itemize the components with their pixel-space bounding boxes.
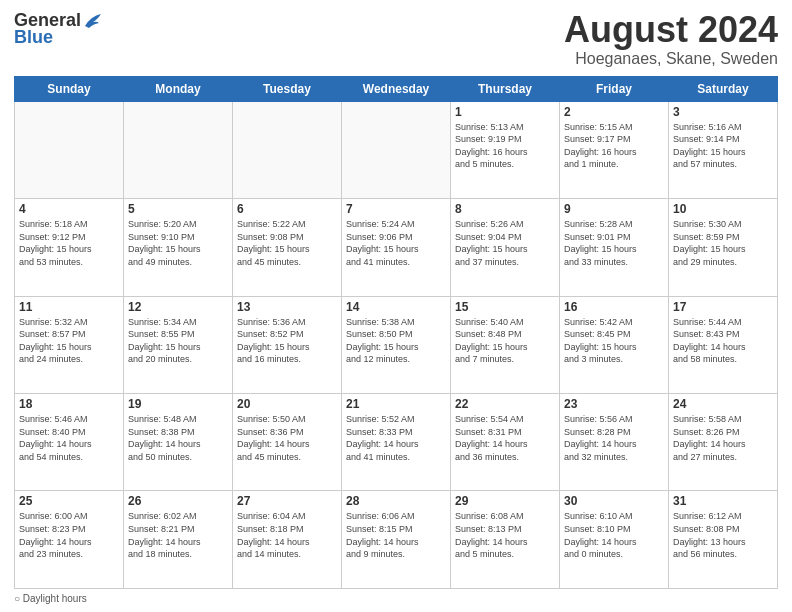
page: General Blue August 2024 Hoeganaes, Skan…	[0, 0, 792, 612]
day-info: Sunrise: 6:10 AM Sunset: 8:10 PM Dayligh…	[564, 510, 664, 560]
day-number: 23	[564, 397, 664, 411]
day-info: Sunrise: 5:38 AM Sunset: 8:50 PM Dayligh…	[346, 316, 446, 366]
calendar-week-row: 1Sunrise: 5:13 AM Sunset: 9:19 PM Daylig…	[15, 101, 778, 198]
legend: ○ Daylight hours	[14, 593, 778, 604]
calendar-day-cell: 25Sunrise: 6:00 AM Sunset: 8:23 PM Dayli…	[15, 491, 124, 589]
day-number: 6	[237, 202, 337, 216]
day-info: Sunrise: 6:02 AM Sunset: 8:21 PM Dayligh…	[128, 510, 228, 560]
header-tuesday: Tuesday	[233, 76, 342, 101]
calendar-day-cell: 12Sunrise: 5:34 AM Sunset: 8:55 PM Dayli…	[124, 296, 233, 393]
day-info: Sunrise: 6:08 AM Sunset: 8:13 PM Dayligh…	[455, 510, 555, 560]
day-info: Sunrise: 5:24 AM Sunset: 9:06 PM Dayligh…	[346, 218, 446, 268]
day-number: 13	[237, 300, 337, 314]
day-info: Sunrise: 5:42 AM Sunset: 8:45 PM Dayligh…	[564, 316, 664, 366]
header-saturday: Saturday	[669, 76, 778, 101]
day-number: 8	[455, 202, 555, 216]
day-number: 29	[455, 494, 555, 508]
day-info: Sunrise: 5:20 AM Sunset: 9:10 PM Dayligh…	[128, 218, 228, 268]
day-info: Sunrise: 5:32 AM Sunset: 8:57 PM Dayligh…	[19, 316, 119, 366]
month-title: August 2024	[564, 10, 778, 50]
calendar-day-cell	[124, 101, 233, 198]
calendar-day-cell: 8Sunrise: 5:26 AM Sunset: 9:04 PM Daylig…	[451, 199, 560, 296]
day-number: 30	[564, 494, 664, 508]
day-number: 11	[19, 300, 119, 314]
calendar-table: Sunday Monday Tuesday Wednesday Thursday…	[14, 76, 778, 589]
calendar-week-row: 4Sunrise: 5:18 AM Sunset: 9:12 PM Daylig…	[15, 199, 778, 296]
day-number: 20	[237, 397, 337, 411]
calendar-day-cell	[233, 101, 342, 198]
day-info: Sunrise: 5:34 AM Sunset: 8:55 PM Dayligh…	[128, 316, 228, 366]
day-number: 25	[19, 494, 119, 508]
day-number: 24	[673, 397, 773, 411]
calendar-day-cell: 31Sunrise: 6:12 AM Sunset: 8:08 PM Dayli…	[669, 491, 778, 589]
calendar-week-row: 18Sunrise: 5:46 AM Sunset: 8:40 PM Dayli…	[15, 394, 778, 491]
calendar-day-cell: 24Sunrise: 5:58 AM Sunset: 8:26 PM Dayli…	[669, 394, 778, 491]
day-info: Sunrise: 5:28 AM Sunset: 9:01 PM Dayligh…	[564, 218, 664, 268]
day-number: 1	[455, 105, 555, 119]
location-title: Hoeganaes, Skane, Sweden	[564, 50, 778, 68]
calendar-day-cell: 26Sunrise: 6:02 AM Sunset: 8:21 PM Dayli…	[124, 491, 233, 589]
calendar-day-cell: 5Sunrise: 5:20 AM Sunset: 9:10 PM Daylig…	[124, 199, 233, 296]
day-info: Sunrise: 5:13 AM Sunset: 9:19 PM Dayligh…	[455, 121, 555, 171]
calendar-day-cell: 30Sunrise: 6:10 AM Sunset: 8:10 PM Dayli…	[560, 491, 669, 589]
header-sunday: Sunday	[15, 76, 124, 101]
calendar-day-cell: 15Sunrise: 5:40 AM Sunset: 8:48 PM Dayli…	[451, 296, 560, 393]
calendar-week-row: 11Sunrise: 5:32 AM Sunset: 8:57 PM Dayli…	[15, 296, 778, 393]
day-number: 16	[564, 300, 664, 314]
calendar-day-cell: 21Sunrise: 5:52 AM Sunset: 8:33 PM Dayli…	[342, 394, 451, 491]
calendar-day-cell: 1Sunrise: 5:13 AM Sunset: 9:19 PM Daylig…	[451, 101, 560, 198]
header-friday: Friday	[560, 76, 669, 101]
day-number: 28	[346, 494, 446, 508]
day-info: Sunrise: 5:16 AM Sunset: 9:14 PM Dayligh…	[673, 121, 773, 171]
calendar-day-cell: 27Sunrise: 6:04 AM Sunset: 8:18 PM Dayli…	[233, 491, 342, 589]
day-info: Sunrise: 5:58 AM Sunset: 8:26 PM Dayligh…	[673, 413, 773, 463]
calendar-day-cell: 11Sunrise: 5:32 AM Sunset: 8:57 PM Dayli…	[15, 296, 124, 393]
day-number: 18	[19, 397, 119, 411]
calendar-day-cell: 6Sunrise: 5:22 AM Sunset: 9:08 PM Daylig…	[233, 199, 342, 296]
day-info: Sunrise: 6:06 AM Sunset: 8:15 PM Dayligh…	[346, 510, 446, 560]
calendar-day-cell: 23Sunrise: 5:56 AM Sunset: 8:28 PM Dayli…	[560, 394, 669, 491]
day-info: Sunrise: 5:40 AM Sunset: 8:48 PM Dayligh…	[455, 316, 555, 366]
header-wednesday: Wednesday	[342, 76, 451, 101]
day-number: 27	[237, 494, 337, 508]
logo-bird-icon	[83, 12, 103, 30]
day-info: Sunrise: 5:30 AM Sunset: 8:59 PM Dayligh…	[673, 218, 773, 268]
calendar-day-cell: 28Sunrise: 6:06 AM Sunset: 8:15 PM Dayli…	[342, 491, 451, 589]
calendar-day-cell	[342, 101, 451, 198]
day-number: 26	[128, 494, 228, 508]
day-info: Sunrise: 5:48 AM Sunset: 8:38 PM Dayligh…	[128, 413, 228, 463]
day-number: 14	[346, 300, 446, 314]
day-info: Sunrise: 5:46 AM Sunset: 8:40 PM Dayligh…	[19, 413, 119, 463]
day-number: 7	[346, 202, 446, 216]
day-info: Sunrise: 6:04 AM Sunset: 8:18 PM Dayligh…	[237, 510, 337, 560]
header-thursday: Thursday	[451, 76, 560, 101]
calendar-day-cell: 22Sunrise: 5:54 AM Sunset: 8:31 PM Dayli…	[451, 394, 560, 491]
calendar-day-cell	[15, 101, 124, 198]
title-block: August 2024 Hoeganaes, Skane, Sweden	[564, 10, 778, 68]
day-info: Sunrise: 5:52 AM Sunset: 8:33 PM Dayligh…	[346, 413, 446, 463]
calendar-day-cell: 17Sunrise: 5:44 AM Sunset: 8:43 PM Dayli…	[669, 296, 778, 393]
day-info: Sunrise: 5:36 AM Sunset: 8:52 PM Dayligh…	[237, 316, 337, 366]
day-info: Sunrise: 5:50 AM Sunset: 8:36 PM Dayligh…	[237, 413, 337, 463]
day-info: Sunrise: 6:12 AM Sunset: 8:08 PM Dayligh…	[673, 510, 773, 560]
calendar-day-cell: 9Sunrise: 5:28 AM Sunset: 9:01 PM Daylig…	[560, 199, 669, 296]
calendar-week-row: 25Sunrise: 6:00 AM Sunset: 8:23 PM Dayli…	[15, 491, 778, 589]
day-number: 31	[673, 494, 773, 508]
logo: General Blue	[14, 10, 103, 48]
calendar-day-cell: 20Sunrise: 5:50 AM Sunset: 8:36 PM Dayli…	[233, 394, 342, 491]
day-number: 21	[346, 397, 446, 411]
day-number: 19	[128, 397, 228, 411]
weekday-header-row: Sunday Monday Tuesday Wednesday Thursday…	[15, 76, 778, 101]
calendar-day-cell: 16Sunrise: 5:42 AM Sunset: 8:45 PM Dayli…	[560, 296, 669, 393]
calendar-day-cell: 14Sunrise: 5:38 AM Sunset: 8:50 PM Dayli…	[342, 296, 451, 393]
day-number: 15	[455, 300, 555, 314]
calendar-day-cell: 29Sunrise: 6:08 AM Sunset: 8:13 PM Dayli…	[451, 491, 560, 589]
day-number: 10	[673, 202, 773, 216]
day-number: 9	[564, 202, 664, 216]
calendar-day-cell: 2Sunrise: 5:15 AM Sunset: 9:17 PM Daylig…	[560, 101, 669, 198]
day-info: Sunrise: 5:15 AM Sunset: 9:17 PM Dayligh…	[564, 121, 664, 171]
day-info: Sunrise: 5:26 AM Sunset: 9:04 PM Dayligh…	[455, 218, 555, 268]
calendar-day-cell: 7Sunrise: 5:24 AM Sunset: 9:06 PM Daylig…	[342, 199, 451, 296]
day-info: Sunrise: 5:18 AM Sunset: 9:12 PM Dayligh…	[19, 218, 119, 268]
calendar-day-cell: 3Sunrise: 5:16 AM Sunset: 9:14 PM Daylig…	[669, 101, 778, 198]
